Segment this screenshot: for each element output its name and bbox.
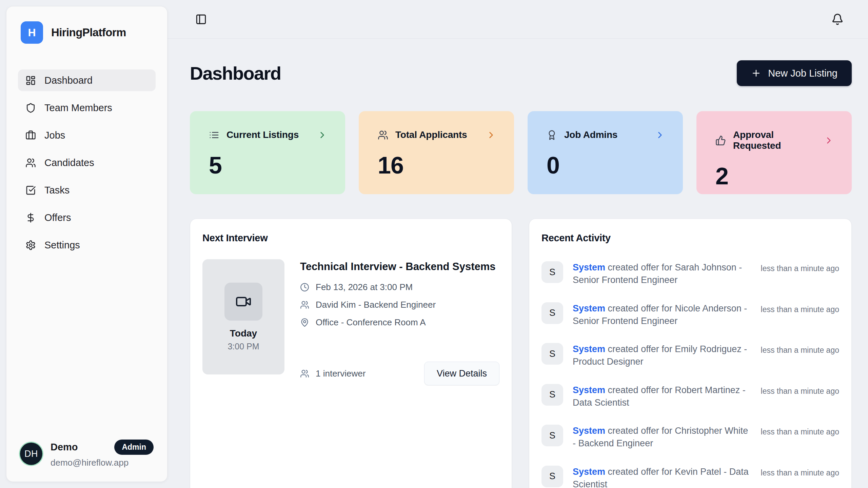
sidebar: H HiringPlatform Dashboard Team Members … bbox=[6, 6, 167, 482]
stat-value: 2 bbox=[715, 163, 834, 190]
brand-name: HiringPlatform bbox=[51, 26, 126, 39]
activity-list: S System created offer for Sarah Johnson… bbox=[541, 261, 839, 488]
interview-meta-row: Feb 13, 2026 at 3:00 PM bbox=[300, 282, 499, 292]
sidebar-item[interactable]: Team Members bbox=[18, 97, 156, 119]
user-email: demo@hireflow.app bbox=[51, 458, 154, 468]
activity-actor[interactable]: System bbox=[573, 467, 605, 477]
square-check-icon bbox=[25, 185, 36, 196]
interview-meta-row: Office - Conference Room A bbox=[300, 317, 499, 328]
activity-timestamp: less than a minute ago bbox=[761, 384, 839, 396]
stat-label: Job Admins bbox=[564, 129, 617, 140]
sidebar-item-label: Candidates bbox=[44, 157, 94, 168]
notifications-button[interactable] bbox=[831, 13, 844, 25]
activity-timestamp: less than a minute ago bbox=[761, 302, 839, 314]
interview-meta-row: David Kim - Backend Engineer bbox=[300, 300, 499, 310]
stat-value: 5 bbox=[209, 152, 328, 179]
activity-actor[interactable]: System bbox=[573, 385, 605, 395]
users-icon bbox=[378, 130, 388, 140]
activity-item: S System created offer for Nicole Anders… bbox=[541, 302, 839, 328]
sidebar-item[interactable]: Tasks bbox=[18, 179, 156, 201]
activity-avatar: S bbox=[541, 343, 563, 365]
view-details-button[interactable]: View Details bbox=[424, 362, 499, 385]
stat-card[interactable]: Job Admins 0 bbox=[528, 111, 683, 194]
users-icon bbox=[25, 158, 36, 168]
users-icon bbox=[300, 300, 309, 309]
settings-icon bbox=[25, 240, 36, 250]
sidebar-item-label: Jobs bbox=[44, 130, 65, 141]
chevron-right-icon bbox=[824, 135, 834, 146]
stat-label: Approval Requested bbox=[733, 129, 816, 151]
sidebar-toggle-button[interactable] bbox=[195, 14, 207, 25]
activity-avatar: S bbox=[541, 261, 563, 283]
activity-actor[interactable]: System bbox=[573, 303, 605, 313]
activity-timestamp: less than a minute ago bbox=[761, 343, 839, 355]
recent-activity-title: Recent Activity bbox=[541, 232, 839, 244]
main-area: Dashboard New Job Listing Current Listin… bbox=[167, 0, 868, 488]
dashboard-content: Dashboard New Job Listing Current Listin… bbox=[167, 39, 868, 488]
sidebar-item[interactable]: Candidates bbox=[18, 152, 156, 174]
activity-avatar: S bbox=[541, 425, 563, 446]
page-title: Dashboard bbox=[190, 63, 281, 84]
new-job-listing-button[interactable]: New Job Listing bbox=[737, 60, 852, 86]
sidebar-item-label: Offers bbox=[44, 212, 71, 223]
activity-item: S System created offer for Sarah Johnson… bbox=[541, 261, 839, 287]
activity-avatar: S bbox=[541, 302, 563, 324]
stats-row: Current Listings 5 Total Applicants 16 bbox=[190, 111, 852, 194]
next-interview-card: Next Interview Today 3:00 PM Technical I… bbox=[190, 219, 512, 488]
interview-day-label: Today bbox=[230, 328, 257, 339]
activity-item: S System created offer for Robert Martin… bbox=[541, 384, 839, 409]
activity-actor[interactable]: System bbox=[573, 426, 605, 436]
sidebar-item-label: Tasks bbox=[44, 185, 70, 196]
interviewer-count: 1 interviewer bbox=[316, 368, 366, 379]
stat-value: 16 bbox=[378, 152, 496, 179]
activity-actor[interactable]: System bbox=[573, 262, 605, 272]
user-name: Demo bbox=[51, 442, 78, 453]
plus-icon bbox=[751, 68, 761, 78]
sidebar-item[interactable]: Jobs bbox=[18, 124, 156, 146]
stat-label: Current Listings bbox=[226, 129, 299, 140]
stat-card[interactable]: Total Applicants 16 bbox=[359, 111, 514, 194]
sidebar-item[interactable]: Settings bbox=[18, 234, 156, 256]
admin-badge: Admin bbox=[114, 440, 154, 455]
layout-dashboard-icon bbox=[25, 75, 36, 86]
stat-card[interactable]: Approval Requested 2 bbox=[696, 111, 852, 194]
sidebar-item[interactable]: Dashboard bbox=[18, 69, 156, 91]
map-pin-icon bbox=[300, 318, 309, 327]
avatar: DH bbox=[20, 443, 42, 465]
interview-date-tile: Today 3:00 PM bbox=[202, 259, 284, 374]
chevron-right-icon bbox=[486, 130, 496, 140]
brand-logo: H bbox=[21, 21, 43, 44]
clock-icon bbox=[300, 283, 309, 292]
activity-timestamp: less than a minute ago bbox=[761, 466, 839, 477]
shield-icon bbox=[25, 103, 36, 113]
activity-actor[interactable]: System bbox=[573, 344, 605, 354]
list-icon bbox=[209, 130, 219, 140]
sidebar-item-label: Dashboard bbox=[44, 75, 93, 86]
brand: H HiringPlatform bbox=[18, 21, 156, 44]
thumbs-up-icon bbox=[715, 135, 726, 146]
briefcase-icon bbox=[25, 130, 36, 141]
stat-value: 0 bbox=[547, 152, 665, 179]
interview-time-label: 3:00 PM bbox=[228, 342, 259, 351]
user-menu[interactable]: DH Demo Admin demo@hireflow.app bbox=[18, 440, 156, 468]
sidebar-item-label: Settings bbox=[44, 240, 80, 251]
app-root: H HiringPlatform Dashboard Team Members … bbox=[0, 0, 868, 488]
activity-timestamp: less than a minute ago bbox=[761, 261, 839, 273]
topbar bbox=[167, 0, 868, 39]
chevron-right-icon bbox=[317, 130, 328, 140]
chevron-right-icon bbox=[655, 130, 665, 140]
activity-item: S System created offer for Emily Rodrigu… bbox=[541, 343, 839, 368]
activity-item: S System created offer for Kevin Patel -… bbox=[541, 466, 839, 488]
award-icon bbox=[547, 130, 557, 140]
stat-label: Total Applicants bbox=[395, 129, 467, 140]
users-icon bbox=[300, 369, 309, 378]
activity-avatar: S bbox=[541, 384, 563, 406]
video-icon bbox=[235, 293, 252, 310]
interview-title: Technical Interview - Backend Systems bbox=[300, 259, 497, 274]
activity-avatar: S bbox=[541, 466, 563, 487]
sidebar-item[interactable]: Offers bbox=[18, 207, 156, 228]
sidebar-item-label: Team Members bbox=[44, 102, 112, 114]
stat-card[interactable]: Current Listings 5 bbox=[190, 111, 345, 194]
dollar-icon bbox=[25, 212, 36, 223]
sidebar-nav: Dashboard Team Members Jobs Candidates bbox=[18, 69, 156, 256]
